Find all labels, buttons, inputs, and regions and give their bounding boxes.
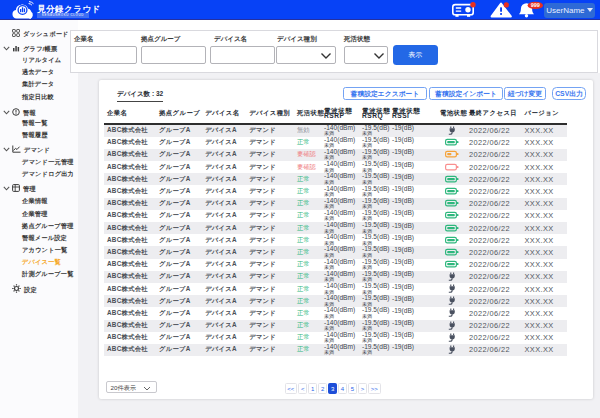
svg-text:999: 999 (531, 2, 540, 8)
